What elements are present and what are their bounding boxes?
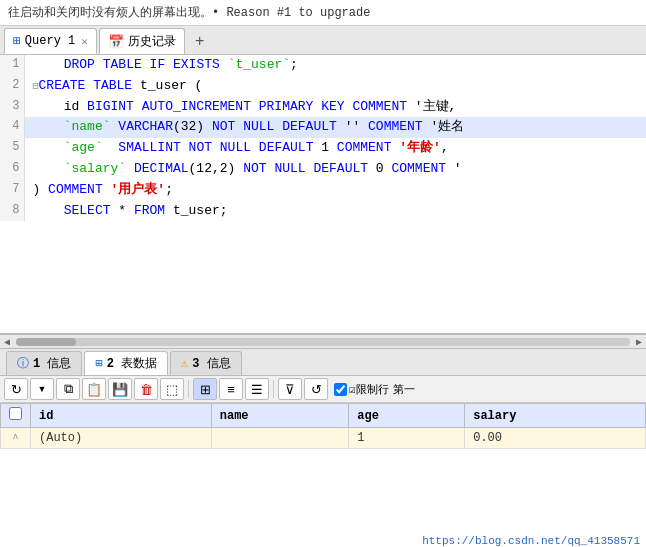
- info3-icon: ⚠: [181, 356, 188, 371]
- line-content: DROP TABLE IF EXISTS `t_user`;: [24, 55, 646, 76]
- toolbar-dropdown-btn[interactable]: ▼: [30, 378, 54, 400]
- toolbar-copy-btn[interactable]: ⧉: [56, 378, 80, 400]
- table-row[interactable]: ^(Auto)10.00: [1, 428, 646, 449]
- line-number: 2: [0, 76, 24, 97]
- line-number: 7: [0, 180, 24, 201]
- toolbar-limit-group: ☑限制行 第一: [334, 382, 415, 397]
- hscroll-track[interactable]: [16, 338, 630, 346]
- hscroll-bar[interactable]: ◀ ▶: [0, 335, 646, 349]
- toolbar-paste-btn[interactable]: 📋: [82, 378, 106, 400]
- data-table-wrap[interactable]: id name age salary ^(Auto)10.00: [0, 403, 646, 533]
- cell-id: (Auto): [31, 428, 212, 449]
- toolbar-limit-value: 第一: [393, 382, 415, 397]
- toolbar-limit-checkbox[interactable]: [334, 383, 347, 396]
- watermark-text: https://blog.csdn.net/qq_41358571: [422, 535, 640, 547]
- toolbar-sep2: [273, 380, 274, 398]
- cell-salary: 0.00: [465, 428, 646, 449]
- line-content: `salary` DECIMAL(12,2) NOT NULL DEFAULT …: [24, 159, 646, 180]
- row-num: ^: [9, 433, 22, 444]
- query-icon: ⊞: [13, 33, 21, 49]
- select-all-checkbox[interactable]: [9, 407, 22, 420]
- toolbar-delete-btn[interactable]: 🗑: [134, 378, 158, 400]
- new-tab-button[interactable]: +: [187, 28, 212, 54]
- tab-history-label: 历史记录: [128, 33, 176, 50]
- bottom-tab-info1-label: 1 信息: [33, 355, 71, 372]
- watermark: https://blog.csdn.net/qq_41358571: [0, 533, 646, 547]
- line-content: id BIGINT AUTO_INCREMENT PRIMARY KEY COM…: [24, 97, 646, 118]
- notice-text: 往启动和关闭时没有烦人的屏幕出现。• Reason #1 to upgrade: [8, 6, 370, 20]
- bottom-tab-bar: ⓘ 1 信息 ⊞ 2 表数据 ⚠ 3 信息: [0, 349, 646, 376]
- line-number: 6: [0, 159, 24, 180]
- bottom-tab-tabledata-label: 2 表数据: [107, 355, 157, 372]
- tab-query1-label: Query 1: [25, 34, 75, 48]
- table-header-row: id name age salary: [1, 404, 646, 428]
- toolbar-detail-btn[interactable]: ☰: [245, 378, 269, 400]
- notice-bar: 往启动和关闭时没有烦人的屏幕出现。• Reason #1 to upgrade: [0, 0, 646, 26]
- tab-query1-close[interactable]: ✕: [81, 35, 88, 48]
- tabledata-icon: ⊞: [95, 356, 102, 371]
- line-number: 8: [0, 201, 24, 222]
- toolbar-list-btn[interactable]: ≡: [219, 378, 243, 400]
- line-number: 3: [0, 97, 24, 118]
- toolbar-refresh-btn[interactable]: ↻: [4, 378, 28, 400]
- line-number: 5: [0, 138, 24, 159]
- line-content: ⊟CREATE TABLE t_user (: [24, 76, 646, 97]
- line-content: SELECT * FROM t_user;: [24, 201, 646, 222]
- bottom-tab-info1[interactable]: ⓘ 1 信息: [6, 351, 82, 375]
- bottom-tab-info3[interactable]: ⚠ 3 信息: [170, 351, 242, 375]
- row-checkbox-cell: ^: [1, 428, 31, 449]
- toolbar-export-btn[interactable]: ⬚: [160, 378, 184, 400]
- col-header-age[interactable]: age: [349, 404, 465, 428]
- bottom-tab-tabledata[interactable]: ⊞ 2 表数据: [84, 351, 168, 375]
- col-header-id[interactable]: id: [31, 404, 212, 428]
- toolbar-limit-label: ☑限制行: [349, 382, 389, 397]
- tab-query1[interactable]: ⊞ Query 1 ✕: [4, 28, 97, 54]
- bottom-panel: ⓘ 1 信息 ⊞ 2 表数据 ⚠ 3 信息 ↻ ▼ ⧉ 📋 💾 🗑 ⬚ ⊞ ≡ …: [0, 349, 646, 547]
- data-table: id name age salary ^(Auto)10.00: [0, 403, 646, 449]
- hscroll-thumb[interactable]: [16, 338, 76, 346]
- line-content: `name` VARCHAR(32) NOT NULL DEFAULT '' C…: [24, 117, 646, 138]
- line-content: ) COMMENT '用户表';: [24, 180, 646, 201]
- line-number: 4: [0, 117, 24, 138]
- cell-name: [211, 428, 349, 449]
- data-toolbar: ↻ ▼ ⧉ 📋 💾 🗑 ⬚ ⊞ ≡ ☰ ⊽ ↺ ☑限制行 第一: [0, 376, 646, 403]
- tab-bar: ⊞ Query 1 ✕ 📅 历史记录 +: [0, 26, 646, 55]
- toolbar-reload-btn[interactable]: ↺: [304, 378, 328, 400]
- col-header-salary[interactable]: salary: [465, 404, 646, 428]
- toolbar-save-btn[interactable]: 💾: [108, 378, 132, 400]
- col-header-cb[interactable]: [1, 404, 31, 428]
- scroll-left-arrow[interactable]: ◀: [2, 336, 12, 348]
- toolbar-sep1: [188, 380, 189, 398]
- code-editor[interactable]: 1 DROP TABLE IF EXISTS `t_user`;2⊟CREATE…: [0, 55, 646, 335]
- code-table: 1 DROP TABLE IF EXISTS `t_user`;2⊟CREATE…: [0, 55, 646, 221]
- info1-icon: ⓘ: [17, 355, 29, 372]
- scroll-right-arrow[interactable]: ▶: [634, 336, 644, 348]
- line-number: 1: [0, 55, 24, 76]
- history-icon: 📅: [108, 34, 124, 50]
- col-header-name[interactable]: name: [211, 404, 349, 428]
- toolbar-filter-btn[interactable]: ⊽: [278, 378, 302, 400]
- line-content: `age` SMALLINT NOT NULL DEFAULT 1 COMMEN…: [24, 138, 646, 159]
- tab-history[interactable]: 📅 历史记录: [99, 28, 185, 54]
- toolbar-grid-btn[interactable]: ⊞: [193, 378, 217, 400]
- cell-age: 1: [349, 428, 465, 449]
- bottom-tab-info3-label: 3 信息: [192, 355, 230, 372]
